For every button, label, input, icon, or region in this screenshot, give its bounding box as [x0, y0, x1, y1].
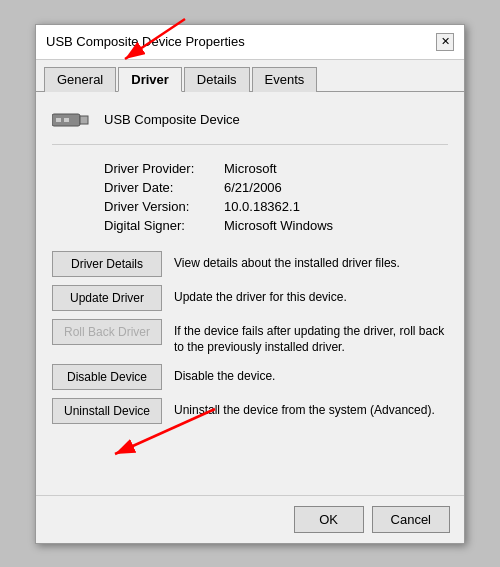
tab-events[interactable]: Events — [252, 67, 318, 92]
tab-driver[interactable]: Driver — [118, 67, 182, 92]
action-row-disable-device: Disable Device Disable the device. — [52, 364, 448, 390]
svg-rect-1 — [80, 116, 88, 124]
uninstall-device-desc: Uninstall the device from the system (Ad… — [174, 398, 448, 419]
update-driver-button[interactable]: Update Driver — [52, 285, 162, 311]
tab-bar: General Driver Details Events — [36, 60, 464, 92]
svg-rect-3 — [64, 118, 69, 122]
value-driver-version: 10.0.18362.1 — [224, 199, 448, 214]
disable-device-button[interactable]: Disable Device — [52, 364, 162, 390]
action-row-uninstall-device: Uninstall Device Uninstall the device fr… — [52, 398, 448, 424]
title-bar: USB Composite Device Properties ✕ — [36, 25, 464, 60]
dialog-title: USB Composite Device Properties — [46, 34, 245, 49]
tab-content: USB Composite Device Driver Provider: Mi… — [36, 92, 464, 495]
value-driver-date: 6/21/2006 — [224, 180, 448, 195]
label-driver-date: Driver Date: — [104, 180, 224, 195]
action-row-roll-back: Roll Back Driver If the device fails aft… — [52, 319, 448, 357]
device-name: USB Composite Device — [104, 112, 240, 127]
label-digital-signer: Digital Signer: — [104, 218, 224, 233]
roll-back-button[interactable]: Roll Back Driver — [52, 319, 162, 345]
dialog-footer: OK Cancel — [36, 495, 464, 543]
tab-general[interactable]: General — [44, 67, 116, 92]
value-driver-provider: Microsoft — [224, 161, 448, 176]
info-grid: Driver Provider: Microsoft Driver Date: … — [52, 161, 448, 233]
label-driver-provider: Driver Provider: — [104, 161, 224, 176]
driver-details-button[interactable]: Driver Details — [52, 251, 162, 277]
dialog: USB Composite Device Properties ✕ Genera… — [35, 24, 465, 544]
close-button[interactable]: ✕ — [436, 33, 454, 51]
uninstall-device-button[interactable]: Uninstall Device — [52, 398, 162, 424]
value-digital-signer: Microsoft Windows — [224, 218, 448, 233]
action-row-driver-details: Driver Details View details about the in… — [52, 251, 448, 277]
disable-device-desc: Disable the device. — [174, 364, 448, 385]
driver-details-desc: View details about the installed driver … — [174, 251, 448, 272]
ok-button[interactable]: OK — [294, 506, 364, 533]
action-row-update-driver: Update Driver Update the driver for this… — [52, 285, 448, 311]
usb-icon — [52, 106, 92, 134]
actions-section: Driver Details View details about the in… — [52, 251, 448, 425]
label-driver-version: Driver Version: — [104, 199, 224, 214]
cancel-button[interactable]: Cancel — [372, 506, 450, 533]
roll-back-desc: If the device fails after updating the d… — [174, 319, 448, 357]
tab-details[interactable]: Details — [184, 67, 250, 92]
svg-rect-2 — [56, 118, 61, 122]
device-header: USB Composite Device — [52, 106, 448, 145]
update-driver-desc: Update the driver for this device. — [174, 285, 448, 306]
